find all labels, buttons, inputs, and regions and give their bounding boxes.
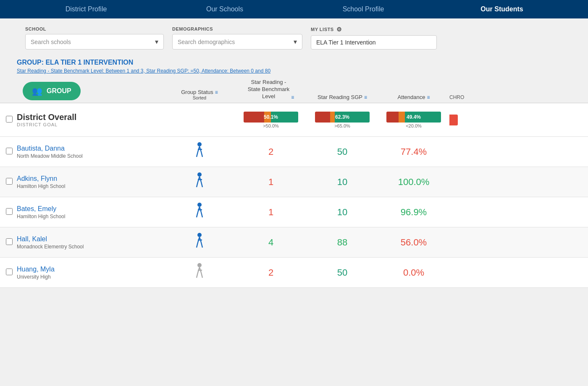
student-school-2: Hamilton High School	[17, 214, 164, 219]
student-attendance-cell-2: 96.9%	[378, 207, 449, 218]
col-star-reading-label: Star Reading -State BenchmarkLevel	[248, 79, 290, 100]
student-star-reading-cell-4: 2	[235, 267, 307, 278]
nav-our-students[interactable]: Our Students	[433, 5, 571, 13]
student-checkbox-0[interactable]	[6, 148, 13, 154]
group-title: GROUP: ELA TIER 1 INTERVENTION	[17, 59, 571, 66]
student-row: Huang, Myla University High 2 50 0.0%	[0, 258, 588, 288]
svg-line-9	[197, 182, 198, 187]
student-star-reading-value-0: 2	[268, 146, 273, 157]
demographics-dropdown-arrow: ▾	[294, 38, 297, 46]
student-school-0: North Meadow Middle School	[17, 153, 164, 159]
student-name-link-3[interactable]: Hall, Kalel	[17, 235, 47, 243]
student-checkbox-cell-0	[0, 148, 17, 156]
group-status-filter-icon[interactable]: ≡	[215, 89, 218, 95]
student-school-1: Hamilton High School	[17, 183, 164, 189]
sgp-filter-icon[interactable]: ≡	[364, 94, 367, 100]
svg-line-27	[197, 273, 198, 278]
svg-line-16	[201, 212, 202, 217]
student-status-icon-cell-0	[164, 142, 235, 162]
nav-school-profile[interactable]: School Profile	[294, 5, 433, 13]
group-subtitle[interactable]: Star Reading - State Benchmark Level: Be…	[17, 68, 571, 74]
student-name-link-2[interactable]: Bates, Emely	[17, 205, 56, 212]
nav-district-profile[interactable]: District Profile	[17, 5, 155, 13]
student-sgp-value-0: 50	[337, 146, 347, 157]
student-status-icon-cell-4	[164, 263, 235, 283]
student-person-icon-2	[194, 202, 205, 222]
svg-point-12	[197, 203, 202, 207]
col-attendance-label: Attendance	[398, 94, 425, 100]
district-star-reading-pct: 50.1%	[264, 114, 278, 120]
student-attendance-value-4: 0.0%	[403, 267, 424, 278]
student-school-3: Monadnock Elementry School	[17, 244, 164, 250]
nav-our-schools[interactable]: Our Schools	[155, 5, 294, 13]
col-group-status-sorted: Sorted	[193, 95, 206, 100]
my-lists-header: MY LISTS ⚙	[311, 26, 437, 33]
student-checkbox-3[interactable]	[6, 238, 13, 245]
student-attendance-cell-3: 56.0%	[378, 237, 449, 248]
student-star-reading-value-2: 1	[268, 207, 273, 217]
student-school-4: University High	[17, 274, 164, 280]
group-button-label: GROUP	[47, 87, 71, 95]
student-sgp-value-1: 10	[337, 177, 347, 187]
student-checkbox-1[interactable]	[6, 178, 13, 185]
svg-line-3	[197, 152, 198, 157]
group-button[interactable]: 👥 GROUP	[23, 82, 81, 100]
demographics-filter-group: DEMOGRAPHICS Search demographics ▾	[172, 26, 302, 50]
student-attendance-cell-4: 0.0%	[378, 267, 449, 278]
school-filter-group: SCHOOL Search schools ▾	[25, 26, 164, 50]
svg-point-18	[197, 233, 202, 237]
student-sgp-cell-4: 50	[307, 267, 378, 278]
student-star-reading-cell-2: 1	[235, 207, 307, 218]
students-table: 👥 GROUP Group Status ≡ Sorted Star Readi…	[0, 74, 588, 288]
student-star-reading-value-4: 2	[268, 267, 273, 278]
svg-line-28	[201, 273, 202, 278]
svg-point-24	[197, 263, 202, 267]
school-search-dropdown[interactable]: Search schools ▾	[25, 34, 164, 50]
gear-icon[interactable]: ⚙	[336, 26, 342, 33]
student-checkbox-cell-4	[0, 269, 17, 277]
star-reading-filter-icon[interactable]: ≡	[291, 94, 294, 100]
my-lists-group: MY LISTS ⚙ ELA Tier 1 Intervention	[311, 26, 437, 50]
svg-line-15	[197, 212, 198, 217]
top-navigation: District Profile Our Schools School Prof…	[0, 0, 588, 18]
filter-bar: SCHOOL Search schools ▾ DEMOGRAPHICS Sea…	[0, 18, 588, 54]
district-sgp-goal: >65.0%	[334, 123, 350, 128]
col-chro-label: CHRO	[449, 94, 464, 100]
student-checkbox-2[interactable]	[6, 208, 13, 215]
attendance-filter-icon[interactable]: ≡	[427, 94, 430, 100]
district-attendance-pct: 49.4%	[407, 114, 421, 120]
svg-line-22	[201, 243, 202, 248]
student-star-reading-cell-0: 2	[235, 146, 307, 157]
district-checkbox[interactable]	[6, 116, 13, 123]
student-checkbox-cell-1	[0, 178, 17, 186]
student-checkbox-cell-3	[0, 238, 17, 247]
student-status-icon-cell-3	[164, 232, 235, 253]
student-star-reading-value-1: 1	[268, 177, 273, 187]
student-status-icon-cell-2	[164, 202, 235, 222]
svg-line-21	[197, 243, 198, 248]
student-row: Hall, Kalel Monadnock Elementry School 4…	[0, 227, 588, 258]
school-dropdown-arrow: ▾	[155, 38, 158, 46]
student-row: Bautista, Danna North Meadow Middle Scho…	[0, 137, 588, 167]
student-sgp-value-4: 50	[337, 267, 347, 278]
demographics-search-dropdown[interactable]: Search demographics ▾	[172, 34, 302, 50]
student-name-link-0[interactable]: Bautista, Danna	[17, 145, 65, 152]
student-attendance-value-0: 77.4%	[401, 146, 427, 157]
student-name-link-1[interactable]: Adkins, Flynn	[17, 175, 57, 182]
student-status-icon-cell-1	[164, 172, 235, 192]
student-star-reading-cell-1: 1	[235, 177, 307, 188]
col-sgp-label: Star Reading SGP	[318, 94, 362, 100]
student-checkbox-4[interactable]	[6, 269, 13, 275]
student-attendance-cell-0: 77.4%	[378, 146, 449, 157]
student-checkbox-cell-2	[0, 208, 17, 216]
student-person-icon-0	[194, 142, 205, 162]
student-star-reading-value-3: 4	[268, 237, 273, 248]
student-person-icon-1	[194, 172, 205, 192]
demographics-search-placeholder: Search demographics	[178, 39, 235, 45]
student-row: Bates, Emely Hamilton High School 1 10 9…	[0, 197, 588, 227]
student-attendance-value-3: 56.0%	[401, 237, 427, 248]
student-name-link-4[interactable]: Huang, Myla	[17, 266, 55, 273]
svg-point-6	[197, 172, 202, 177]
student-person-icon-3	[194, 232, 205, 253]
student-rows: Bautista, Danna North Meadow Middle Scho…	[0, 137, 588, 288]
